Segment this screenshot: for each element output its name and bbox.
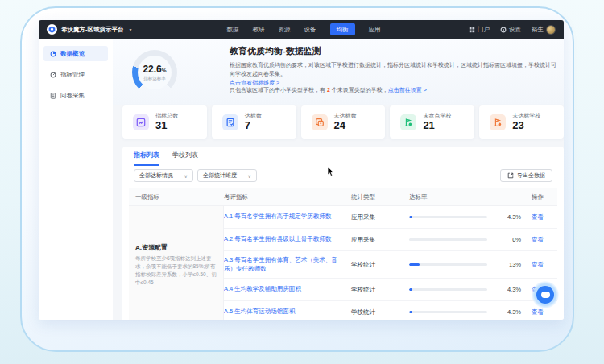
sidebar-item-survey-collect[interactable]: 问卷采集	[43, 88, 108, 103]
table-row: A.5 生均体育运动场馆面积 学校统计 4.3% 查看	[224, 301, 557, 320]
indicator-link[interactable]: A.5 生均体育运动场馆面积	[224, 308, 351, 316]
stat-card-met: 达标数7	[212, 105, 296, 139]
trend-chart-icon	[133, 114, 149, 130]
user-menu[interactable]: 裕生	[532, 25, 556, 35]
indicator-table: 一级指标 考评指标 统计类型 达标率 操作 A.资源配置 每所学校至少6项指标达…	[129, 188, 557, 320]
group-description: 每所学校至少6项指标达到上述要求，余项不能低于要求的85%;所有指标校际差异系数…	[135, 254, 217, 287]
page-title: 教育优质均衡-数据监测	[230, 45, 321, 57]
survey-collect-icon	[50, 93, 56, 99]
nav-item-balance[interactable]: 均衡	[330, 23, 355, 35]
user-name: 裕生	[532, 26, 544, 34]
nav-right: 门户 设置 裕生	[469, 25, 556, 35]
checklist-icon	[222, 114, 238, 130]
portal-button[interactable]: 门户	[469, 26, 490, 34]
rate-cell: 0%	[409, 236, 532, 243]
nav-item-device[interactable]: 设备	[304, 26, 316, 34]
group-title: A.资源配置	[135, 243, 217, 252]
school-flag-icon	[490, 114, 506, 130]
school-type-note: 只包含该区域下的中小学类型学校，有 2 个未设置类型的学校，点击前往设置 >	[230, 86, 427, 94]
progress-bar	[409, 216, 487, 218]
portal-grid-icon	[469, 27, 475, 33]
tab-indicator-list[interactable]: 指标列表	[134, 151, 159, 166]
page-header: 22.6% 指标达标率 教育优质均衡-数据监测 根据国家教育优质均衡的要求，对该…	[113, 39, 564, 105]
goto-setup-link[interactable]: 点击前往设置 >	[388, 87, 427, 93]
stat-card-unmet-schools: 未达标学校23	[479, 105, 564, 139]
indicator-link[interactable]: A.3 每百名学生拥有体育、艺术（美术、音乐）专任教师数	[224, 256, 351, 273]
divider	[122, 163, 564, 163]
progress-bar	[409, 311, 487, 313]
panel-tabs: 指标列表 学校列表	[134, 151, 198, 166]
rate-cell: 4.3%	[409, 213, 532, 221]
group-cell-resource-allocation: A.资源配置 每所学校至少6项指标达到上述要求，余项不能低于要求的85%;所有指…	[129, 206, 224, 320]
table-row: A.3 每百名学生拥有体育、艺术（美术、音乐）专任教师数 学校统计 13% 查看	[224, 251, 557, 279]
stat-card-total-indicators: 指标总数31	[122, 105, 207, 139]
nav-item-data[interactable]: 数据	[227, 26, 239, 34]
indicator-manage-icon	[50, 72, 56, 78]
sidebar-item-data-overview[interactable]: 数据概览	[43, 46, 108, 61]
seewo-logo-icon	[47, 24, 57, 35]
nav-item-research[interactable]: 教研	[253, 26, 265, 34]
stat-card-unmet: 未达标数24	[301, 105, 386, 139]
nav-menu: 数据 教研 资源 设备 均衡 应用	[227, 23, 381, 35]
indicator-link[interactable]: A.4 生均教学及辅助用房面积	[224, 285, 351, 294]
chevron-down-icon: ∨	[248, 173, 251, 179]
school-flag-icon	[400, 114, 416, 130]
export-icon	[507, 172, 514, 179]
top-navbar: 希沃魔方-区域演示平台 ▾ 数据 教研 资源 设备 均衡 应用 门户 设置 裕生	[39, 20, 564, 39]
data-overview-icon	[50, 51, 56, 57]
sidebar: 数据概览 指标管理 问卷采集	[39, 39, 113, 320]
progress-bar	[409, 263, 487, 266]
brand[interactable]: 希沃魔方-区域演示平台 ▾	[47, 24, 132, 35]
folders-icon	[312, 114, 328, 130]
gear-icon	[500, 27, 507, 33]
chevron-down-icon[interactable]: ▾	[130, 27, 132, 32]
indicator-link[interactable]: A.1 每百名学生拥有高于规定学历教师数	[224, 213, 351, 221]
table-row: A.1 每百名学生拥有高于规定学历教师数 应用采集 4.3% 查看	[224, 206, 557, 229]
table-row: A.4 生均教学及辅助用房面积 学校统计 4.3% 查看	[224, 279, 557, 301]
mouse-cursor	[327, 167, 335, 176]
nav-item-resource[interactable]: 资源	[279, 26, 291, 34]
rate-cell: 13%	[409, 261, 532, 268]
avatar[interactable]	[546, 25, 556, 35]
progress-bar	[409, 288, 487, 291]
nav-item-apps[interactable]: 应用	[369, 26, 381, 34]
compliance-gauge: 22.6% 指标达标率	[132, 50, 177, 95]
indicator-link[interactable]: A.2 每百名学生拥有县级以上骨干教师数	[224, 235, 351, 244]
progress-bar	[409, 238, 487, 241]
view-link[interactable]: 查看	[532, 213, 557, 221]
list-panel: 指标列表 学校列表 全部达标情况∨ 全部统计维度∨ 导出全数据 一级指标 考评指…	[122, 147, 564, 320]
tab-school-list[interactable]: 学校列表	[172, 151, 198, 166]
app-window: 希沃魔方-区域演示平台 ▾ 数据 教研 资源 设备 均衡 应用 门户 设置 裕生	[39, 20, 564, 320]
table-header-row: 一级指标 考评指标 统计类型 达标率 操作	[129, 188, 557, 206]
view-dimension-link[interactable]: 点击查看指标维度 >	[230, 80, 279, 85]
view-link[interactable]: 查看	[532, 308, 557, 316]
filter-dimension-select[interactable]: 全部统计维度∨	[197, 169, 257, 182]
page-description: 根据国家教育优质均衡的要求，对该区域下学校进行数据统计，指标分区域统计和学校统计…	[230, 61, 558, 88]
chat-bubble-icon	[536, 286, 554, 304]
gauge-label: 指标达标率	[143, 76, 166, 81]
view-link[interactable]: 查看	[532, 236, 557, 244]
stat-card-uninventoried-schools: 未盘点学校21	[390, 105, 474, 139]
table-row: A.2 每百名学生拥有县级以上骨干教师数 应用采集 0% 查看	[224, 229, 557, 251]
view-link[interactable]: 查看	[532, 261, 557, 269]
chevron-down-icon: ∨	[184, 173, 188, 179]
stat-cards: 指标总数31 达标数7 未达标数24 未盘点学校21 未达标学校23	[122, 105, 564, 139]
brand-name: 希沃魔方-区域演示平台	[61, 26, 124, 34]
export-all-button[interactable]: 导出全数据	[500, 169, 552, 182]
settings-button[interactable]: 设置	[500, 26, 521, 34]
chat-support-button[interactable]	[532, 281, 559, 308]
rate-cell: 4.3%	[409, 286, 532, 293]
filter-compliance-select[interactable]: 全部达标情况∨	[134, 169, 193, 182]
sidebar-item-indicator-manage[interactable]: 指标管理	[43, 67, 108, 82]
rate-cell: 4.3%	[409, 308, 532, 316]
gauge-value: 22.6%	[143, 64, 166, 74]
